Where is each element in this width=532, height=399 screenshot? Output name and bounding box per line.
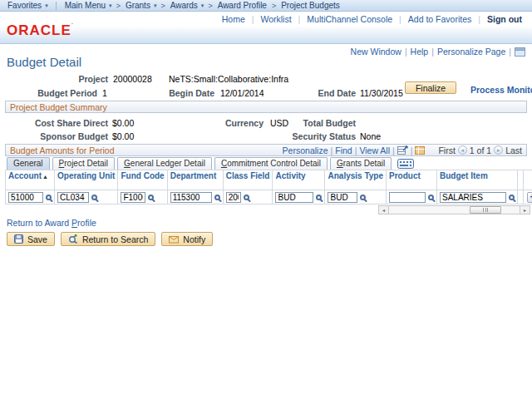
notify-label: Notify: [183, 234, 205, 244]
account-input[interactable]: [8, 192, 43, 203]
home-link[interactable]: Home: [222, 14, 245, 24]
multichannel-console-link[interactable]: MultiChannel Console: [307, 14, 392, 24]
show-all-columns-icon[interactable]: [397, 159, 414, 169]
personalize-page-link[interactable]: Personalize Page: [437, 47, 505, 57]
previous-page-button[interactable]: ◂: [458, 145, 467, 155]
tab-general[interactable]: General: [7, 157, 50, 170]
download-grid-icon[interactable]: [397, 145, 408, 155]
grid-horizontal-scrollbar: ◂ ▸: [378, 205, 530, 214]
link-separator: |: [355, 145, 357, 155]
link-separator: |: [478, 14, 480, 24]
save-button[interactable]: Save: [7, 232, 55, 246]
help-link[interactable]: Help: [411, 47, 429, 57]
operating-unit-lookup-icon[interactable]: [91, 195, 97, 200]
breadcrumb-award-profile[interactable]: Award Profile: [218, 1, 267, 10]
analysis-type-input[interactable]: [328, 192, 357, 203]
notify-button[interactable]: Notify: [161, 232, 213, 246]
next-page-button[interactable]: ▸: [494, 145, 503, 155]
department-lookup-icon[interactable]: [214, 195, 220, 200]
cost-share-direct-value: $0.00: [112, 118, 134, 128]
first-label[interactable]: First: [438, 145, 455, 155]
tab-project-detail[interactable]: Project Detail: [52, 157, 115, 170]
class-field-lookup-icon[interactable]: [244, 195, 249, 200]
add-to-favorites-link[interactable]: Add to Favorites: [408, 14, 471, 24]
tab-commitment-control-detail[interactable]: Commitment Control Detail: [214, 157, 328, 170]
breadcrumb-awards[interactable]: Awards: [170, 1, 198, 10]
account-lookup-icon[interactable]: [46, 195, 52, 200]
sign-out-link[interactable]: Sign out: [487, 14, 522, 24]
chevron-down-icon: ▾: [45, 2, 48, 9]
column-header-account[interactable]: Account▲: [6, 170, 55, 190]
section-title: Project Budget Summary: [10, 102, 107, 112]
breadcrumb-favorites[interactable]: Favorites: [7, 1, 42, 10]
action-toolbar: Save Return to Search Notify: [7, 232, 213, 246]
security-status-value: None: [360, 131, 381, 141]
department-input[interactable]: [170, 192, 212, 203]
copy-url-icon[interactable]: [515, 47, 525, 57]
end-date-value: 11/30/2015: [360, 88, 403, 98]
budget-item-lookup-icon[interactable]: [509, 195, 515, 200]
begin-date-value: 12/01/2014: [220, 88, 264, 98]
zoom-grid-icon[interactable]: [415, 146, 425, 155]
currency-label: Currency: [183, 118, 264, 128]
scroll-right-button[interactable]: ▸: [520, 205, 530, 214]
product-input[interactable]: [389, 192, 426, 203]
finalize-button[interactable]: Finalize: [405, 81, 456, 94]
link-separator: |: [509, 47, 511, 57]
cost-share-direct-label: Cost Share Direct: [0, 118, 108, 128]
breadcrumb-separator: >: [208, 2, 212, 10]
operating-unit-input[interactable]: [57, 192, 89, 203]
breadcrumb-divider: [56, 2, 57, 10]
fund-code-lookup-icon[interactable]: [148, 195, 154, 200]
column-header-budget-item[interactable]: Budget Item: [437, 170, 518, 190]
link-separator: |: [405, 47, 407, 57]
analysis-type-lookup-icon[interactable]: [360, 195, 366, 200]
breadcrumb-project-budgets[interactable]: Project Budgets: [281, 1, 340, 10]
total-budget-label: Total Budget: [274, 118, 356, 128]
column-header-activity[interactable]: Activity: [273, 170, 325, 190]
security-status-label: Security Status: [274, 131, 356, 141]
project-description: NeTS:Small:Collaborative:Infra: [169, 74, 288, 84]
personalize-link[interactable]: Personalize: [283, 145, 328, 155]
last-label[interactable]: Last: [505, 145, 522, 155]
return-to-search-button[interactable]: Return to Search: [61, 232, 155, 246]
scrollbar-track[interactable]: [389, 205, 520, 214]
return-to-search-icon: [68, 234, 78, 244]
column-header-product[interactable]: Product: [387, 170, 437, 190]
link-separator: |: [252, 14, 254, 24]
product-lookup-icon[interactable]: [428, 195, 434, 200]
portal-links: Home | Worklist | MultiChannel Console |…: [219, 14, 524, 24]
sponsor-budget-value: $0.00: [112, 131, 134, 141]
worklist-link[interactable]: Worklist: [260, 14, 291, 24]
budget-period-value: 1: [102, 88, 107, 98]
class-field-input[interactable]: [226, 192, 241, 203]
return-to-award-profile-link[interactable]: Return to Award Profile: [7, 218, 96, 228]
breadcrumb-grants[interactable]: Grants: [126, 1, 150, 10]
return-link-text: Return to Award: [7, 218, 71, 228]
column-header-fund-code[interactable]: Fund Code: [118, 170, 167, 190]
project-budget-summary-header: Project Budget Summary: [5, 101, 527, 113]
link-separator: |: [330, 145, 332, 155]
column-header-department[interactable]: Department: [167, 170, 223, 190]
tab-general-ledger-detail[interactable]: General Ledger Detail: [117, 157, 212, 170]
column-header-analysis-type[interactable]: Analysis Type: [325, 170, 387, 190]
save-disk-icon: [14, 234, 23, 244]
find-link[interactable]: Find: [335, 145, 352, 155]
return-link-word: Profile: [71, 218, 96, 228]
column-header-operating-unit[interactable]: Operating Unit: [55, 170, 118, 190]
scrollbar-thumb[interactable]: [470, 206, 501, 214]
process-monitor-link[interactable]: Process Monitor: [470, 85, 532, 95]
scroll-left-button[interactable]: ◂: [378, 205, 389, 214]
column-header-class-field[interactable]: Class Field: [223, 170, 273, 190]
chevron-down-icon: ▾: [109, 2, 112, 9]
breadcrumb-main-menu[interactable]: Main Menu: [65, 1, 106, 10]
tab-grants-detail[interactable]: Grants Detail: [330, 157, 392, 170]
activity-input[interactable]: [275, 192, 313, 203]
budget-item-input[interactable]: [440, 192, 506, 203]
new-window-link[interactable]: New Window: [351, 47, 401, 57]
activity-lookup-icon[interactable]: [316, 195, 322, 200]
portal-header: Home | Worklist | MultiChannel Console |…: [0, 12, 532, 44]
add-row-button[interactable]: +: [527, 192, 532, 203]
fund-code-input[interactable]: [121, 192, 145, 203]
view-all-link[interactable]: View All: [359, 145, 390, 155]
